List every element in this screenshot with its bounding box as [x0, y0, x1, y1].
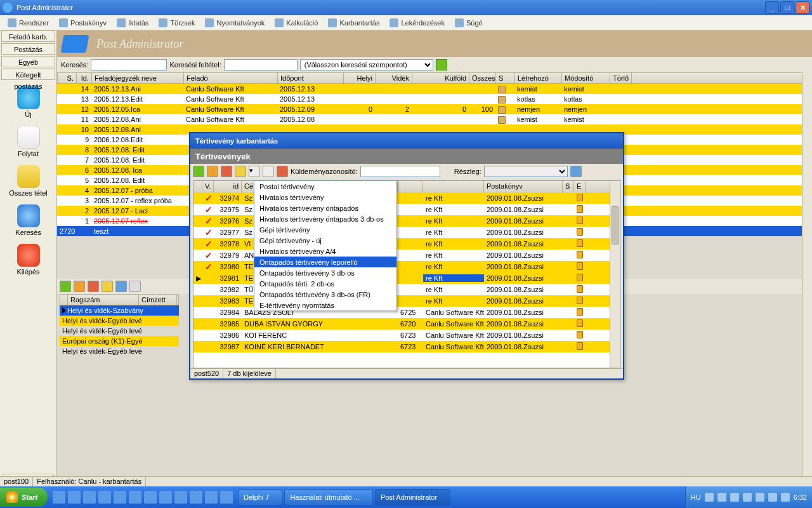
modal-help-icon[interactable] [235, 166, 246, 177]
mcol[interactable]: E [574, 181, 586, 192]
ql-icon[interactable] [205, 491, 218, 504]
left-icon-Kilépés[interactable]: Kilépés [0, 239, 56, 278]
options-icon[interactable] [129, 281, 141, 292]
menu-karbantartás[interactable]: Karbantartás [323, 17, 384, 29]
ql-icon[interactable] [114, 491, 126, 504]
left-btn[interactable]: Egyéb [1, 56, 55, 67]
mcol[interactable] [398, 181, 423, 192]
modal-add-icon[interactable] [193, 166, 204, 177]
ql-icon[interactable] [83, 491, 96, 504]
left-btn[interactable]: Kötegelt postázás [1, 69, 55, 80]
mcol[interactable] [193, 181, 202, 192]
tray-icon[interactable] [768, 493, 777, 502]
col[interactable]: Vidék [376, 73, 412, 83]
left-btn[interactable]: Feladó karb. [1, 30, 55, 42]
mcol[interactable]: S [563, 181, 574, 192]
col[interactable]: Módosító [562, 73, 610, 83]
maximize-button[interactable]: □ [780, 1, 794, 14]
modal-select-reszleg[interactable] [484, 166, 568, 177]
tray-icon[interactable] [756, 493, 764, 502]
menu-kalkuláció[interactable]: Kalkuláció [270, 17, 323, 29]
col[interactable]: S [496, 73, 515, 83]
popup-item[interactable]: E-tértivevény nyomtatás [254, 300, 396, 311]
menu-rendszer[interactable]: Rendszer [3, 17, 54, 29]
mcol[interactable]: Postakönyv [484, 181, 563, 192]
taskbar-task[interactable]: Delphi 7 [238, 489, 282, 505]
ql-icon[interactable] [129, 491, 141, 504]
popup-item[interactable]: Öntapadós tértivevény leporelló [254, 257, 396, 267]
ql-icon[interactable] [53, 491, 65, 504]
lang-indicator[interactable]: HU [691, 493, 701, 501]
taskbar-task[interactable]: Post Administrator [375, 489, 450, 505]
table-row[interactable]: 112005.12.08.AniCanlu Software Kft2005.1… [57, 114, 812, 124]
list-item[interactable]: Helyi és vidék-Egyéb levé [60, 326, 179, 336]
search-aspect-select[interactable]: (Válasszon keresési szempontot) [300, 59, 433, 70]
mcol[interactable]: id [214, 181, 242, 192]
menu-iktatás[interactable]: Iktatás [112, 17, 154, 29]
left-icon-Összes tétel[interactable]: Összes tétel [0, 160, 56, 199]
popup-item[interactable]: Postai tértivevény [254, 181, 396, 192]
left-icon-Folytat[interactable]: Folytat [0, 121, 56, 160]
close-button[interactable]: ✕ [796, 1, 809, 14]
print-icon[interactable] [115, 281, 127, 292]
list-item[interactable]: Helyi és vidék-Egyéb levé [60, 346, 179, 356]
delete-icon[interactable] [88, 281, 99, 292]
list-item[interactable]: Európai ország (K1)-Egyé [60, 336, 179, 346]
left-icon-Keresés[interactable]: Keresés [0, 199, 56, 239]
col[interactable]: Törlő [610, 73, 632, 83]
refresh-icon[interactable] [102, 281, 113, 292]
popup-item[interactable]: Öntapadós tértivevény 3 db-os [254, 267, 396, 278]
left-btn[interactable]: Postázás [1, 43, 55, 55]
popup-item[interactable]: Gépi tértivevény [254, 224, 396, 235]
col[interactable]: Feladó [184, 73, 278, 83]
popup-item[interactable]: Öntapadós térti. 2 db-os [254, 278, 396, 289]
modal-delete-icon[interactable] [221, 166, 232, 177]
popup-item[interactable]: Hivatalos tértivevény [254, 192, 396, 203]
mcol[interactable]: V. [202, 181, 214, 192]
modal-stop-icon[interactable] [277, 166, 288, 177]
modal-row[interactable]: 32985DUBA ISTVÁN GYÖRGY6720Canlu Softwar… [193, 318, 620, 330]
popup-item[interactable]: Gépi tértivevény - új [254, 235, 396, 246]
modal-row[interactable]: 32987KOINÉ KÉRI BERNADET6723Canlu Softwa… [193, 341, 620, 352]
col[interactable]: Összesen(Ft.) [469, 73, 496, 83]
list-item[interactable]: Helyi és vidék-Egyéb levé [60, 316, 179, 326]
edit-icon[interactable] [74, 281, 85, 292]
menu-lekérdezések[interactable]: Lekérdezések [384, 17, 450, 29]
ql-icon[interactable] [220, 491, 233, 504]
ql-icon[interactable] [174, 491, 187, 504]
col[interactable]: Létrehozó [515, 73, 562, 83]
search-go-button[interactable] [436, 59, 447, 70]
modal-input-kuld[interactable] [360, 166, 440, 177]
col[interactable]: Időpont [278, 73, 344, 83]
list-item[interactable]: Helyi és vidék-Szabvány [60, 305, 179, 316]
start-button[interactable]: Start [0, 488, 48, 507]
popup-item[interactable]: Hivatalos tértivevény öntapadós 3 db-os [254, 213, 396, 224]
col[interactable]: Feladójegyzék neve [92, 73, 184, 83]
menu-súgó[interactable]: Súgó [450, 17, 488, 29]
tray-icon[interactable] [705, 493, 714, 502]
col[interactable]: Külföld [412, 73, 469, 83]
menu-postakönyv[interactable]: Postakönyv [54, 17, 112, 29]
ql-icon[interactable] [68, 491, 81, 504]
ql-icon[interactable] [144, 491, 157, 504]
tray-icon[interactable] [781, 493, 790, 502]
modal-world-icon[interactable] [263, 166, 274, 177]
modal-edit-icon[interactable] [207, 166, 218, 177]
ql-icon[interactable] [190, 491, 202, 504]
modal-scrollbar[interactable] [610, 181, 620, 368]
col[interactable]: Id. [77, 73, 92, 83]
tray-icon[interactable] [730, 493, 739, 502]
popup-item[interactable]: Öntapadós tértivevény 3 db-os (FR) [254, 289, 396, 300]
table-row[interactable]: 122005.12.05.IcaCanlu Software Kft2005.1… [57, 104, 812, 114]
table-row[interactable]: 132005.12.13.EditCanlu Software Kft2005.… [57, 94, 812, 104]
taskbar-task[interactable]: Használati útmutató ... [284, 489, 372, 505]
ql-icon[interactable] [159, 491, 172, 504]
table-row[interactable]: 142005.12.13.AniCanlu Software Kft2005.1… [57, 84, 812, 94]
menu-nyomtatványok[interactable]: Nyomtatványok [200, 17, 270, 29]
add-icon[interactable] [60, 281, 71, 292]
ql-icon[interactable] [98, 491, 111, 504]
main-scrollbar[interactable] [802, 72, 812, 476]
tray-icon[interactable] [717, 493, 726, 502]
menu-törzsek[interactable]: Törzsek [154, 17, 200, 29]
modal-row[interactable]: 32986KOI FERENC6723Canlu Software Kft200… [193, 330, 620, 341]
